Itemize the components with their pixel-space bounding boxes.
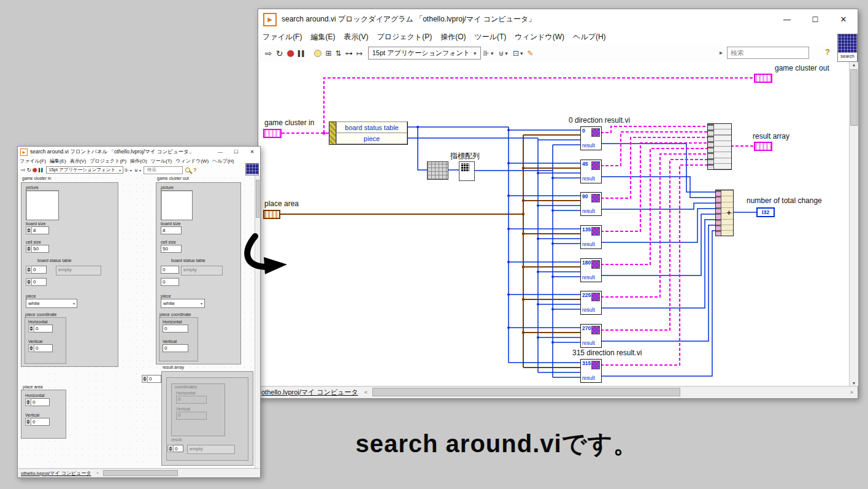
horizontal-scroll-thumb[interactable] — [103, 470, 178, 476]
direction-result-vi-315[interactable]: 315 result — [580, 359, 602, 383]
project-tab[interactable]: othello.lvproj/マイ コンピュータ — [18, 470, 94, 477]
distribute-objects-dropdown[interactable]: ⊎ ▾ — [134, 167, 141, 173]
help-icon[interactable]: ? — [825, 47, 830, 56]
direction-result-vi-0[interactable]: 0 result — [580, 126, 602, 150]
horizontal-control[interactable]: 0 — [28, 325, 53, 333]
run-button[interactable]: ⇨ — [21, 167, 26, 173]
vertical-scrollbar[interactable] — [255, 175, 260, 468]
array-constant-node[interactable] — [459, 161, 475, 181]
tab-scroll-left-icon[interactable]: ＜ — [361, 388, 371, 396]
place-vertical-control[interactable]: 0 — [25, 418, 50, 426]
unbundle-by-name-node[interactable]: board status table piece — [329, 121, 408, 145]
vertical-scroll-thumb[interactable] — [850, 69, 858, 126]
title-bar[interactable]: ▶ search around.vi フロントパネル 「othello.lvpr… — [18, 147, 260, 158]
increment-decrement-icon[interactable] — [28, 325, 34, 333]
bst-row-value[interactable]: 0 — [32, 266, 47, 274]
step-over-icon[interactable]: ↦ — [356, 49, 363, 58]
unbundle-row-board-status-table[interactable]: board status table — [336, 121, 407, 133]
vi-icon-search[interactable] — [245, 163, 259, 175]
increment-decrement-icon[interactable] — [26, 245, 32, 253]
game-cluster-out-terminal[interactable] — [754, 74, 772, 83]
unbundle-row-piece[interactable]: piece — [336, 133, 407, 144]
vi-icon-search[interactable]: search — [837, 34, 858, 62]
increment-decrement-icon[interactable] — [25, 398, 31, 406]
scroll-up-icon[interactable]: ▲ — [850, 63, 858, 67]
run-continuous-button[interactable]: ↻ — [276, 48, 283, 58]
increment-decrement-icon[interactable] — [26, 226, 32, 234]
cell-size-value[interactable]: 50 — [32, 245, 49, 253]
minimize-button[interactable]: — — [773, 9, 801, 29]
direction-result-vi-135[interactable]: 135 result — [580, 225, 602, 249]
font-selector-dropdown[interactable]: 15pt アプリケーションフォント ▾ — [46, 166, 123, 174]
search-expand-caret[interactable]: ▸ — [720, 49, 723, 56]
horizontal-value[interactable]: 0 — [31, 398, 50, 406]
bst-col-value[interactable]: 0 — [32, 278, 47, 286]
array-index-value[interactable]: 0 — [148, 375, 161, 383]
minimize-button[interactable]: — — [212, 147, 228, 157]
menu-view[interactable]: 表示(V) — [68, 158, 88, 164]
menu-operate[interactable]: 操作(O) — [436, 32, 470, 42]
result-array-index[interactable]: 0 — [142, 375, 161, 383]
menu-edit[interactable]: 編集(E) — [306, 32, 339, 42]
vertical-value[interactable]: 0 — [31, 418, 50, 426]
increment-decrement-icon[interactable] — [142, 375, 148, 383]
horizontal-scroll-thumb[interactable] — [372, 388, 680, 396]
search-icon[interactable] — [185, 167, 190, 172]
direction-result-vi-180[interactable]: 180 result — [580, 258, 602, 282]
menu-file[interactable]: ファイル(F) — [18, 158, 48, 164]
horizontal-value[interactable]: 0 — [34, 325, 53, 333]
menu-help[interactable]: ヘルプ(H) — [569, 32, 610, 42]
search-input[interactable]: 検索 — [727, 47, 809, 59]
board-size-value[interactable]: 8 — [32, 226, 49, 234]
run-button[interactable]: ⇨ — [265, 48, 272, 58]
menu-operate[interactable]: 操作(O) — [128, 158, 149, 164]
reorder-icon[interactable]: ✎ — [527, 49, 533, 58]
bst-col-index[interactable]: 0 — [26, 278, 47, 286]
vertical-value[interactable]: 0 — [34, 344, 53, 352]
title-bar[interactable]: ▶ search around.vi ブロックダイアグラム 「othello.l… — [258, 9, 858, 30]
i32-terminal[interactable]: I32 — [756, 207, 775, 217]
align-objects-dropdown[interactable]: ⊪ ▾ — [125, 167, 132, 173]
direction-result-vi-45[interactable]: 45 result — [580, 160, 602, 183]
result-index[interactable]: 0 — [167, 445, 183, 452]
index-array-node[interactable] — [427, 161, 448, 180]
close-button[interactable]: ✕ — [244, 147, 260, 157]
scroll-down-icon[interactable]: ▼ — [850, 381, 858, 385]
increment-decrement-icon[interactable] — [167, 445, 174, 452]
direction-result-vi-270[interactable]: 270 result — [580, 324, 602, 348]
maximize-button[interactable]: ☐ — [801, 9, 829, 29]
tab-scroll-left-icon[interactable]: ＜ — [94, 470, 102, 476]
cell-size-control[interactable]: 50 — [26, 245, 49, 253]
tab-scroll-right-icon[interactable]: ＞ — [847, 388, 857, 396]
direction-result-vi-225[interactable]: 225 result — [580, 291, 602, 315]
pause-button[interactable]: ▌▌ — [298, 50, 306, 56]
step-into-icon[interactable]: ⊶ — [345, 49, 353, 58]
menu-window[interactable]: ウィンドウ(W) — [174, 158, 210, 164]
search-input[interactable]: 検索 — [144, 166, 183, 174]
help-icon[interactable]: ? — [193, 167, 197, 173]
pause-button[interactable]: ▌▌ — [39, 168, 44, 172]
align-objects-dropdown[interactable]: ⊪ ▾ — [483, 49, 494, 58]
menu-project[interactable]: プロジェクト(P) — [372, 32, 436, 42]
vertical-scroll-thumb[interactable] — [256, 180, 259, 218]
clean-up-diagram-icon[interactable]: ⊞ — [326, 49, 332, 58]
horizontal-scrollbar[interactable] — [371, 387, 847, 398]
increment-decrement-icon[interactable] — [28, 344, 34, 352]
menu-edit[interactable]: 編集(E) — [48, 158, 68, 164]
increment-decrement-icon[interactable] — [26, 278, 32, 286]
place-horizontal-control[interactable]: 0 — [25, 398, 50, 406]
picture-control[interactable] — [26, 190, 59, 220]
place-area-terminal[interactable] — [263, 210, 280, 219]
horizontal-scrollbar[interactable] — [102, 469, 259, 477]
run-continuous-button[interactable]: ↻ — [27, 167, 32, 173]
menu-tools[interactable]: ツール(T) — [470, 32, 510, 42]
vertical-control[interactable]: 0 — [28, 344, 53, 352]
increment-decrement-icon[interactable] — [25, 418, 31, 426]
direction-result-vi-90[interactable]: 90 result — [580, 192, 602, 216]
bst-element-value[interactable]: empty — [56, 266, 101, 275]
increment-decrement-icon[interactable] — [26, 266, 32, 274]
font-selector-dropdown[interactable]: 15pt アプリケーションフォント ▾ — [368, 47, 481, 60]
abort-button[interactable]: ⬤ — [286, 49, 294, 57]
diagram-canvas[interactable] — [259, 62, 849, 386]
piece-dropdown[interactable]: white ▾ — [26, 299, 77, 308]
